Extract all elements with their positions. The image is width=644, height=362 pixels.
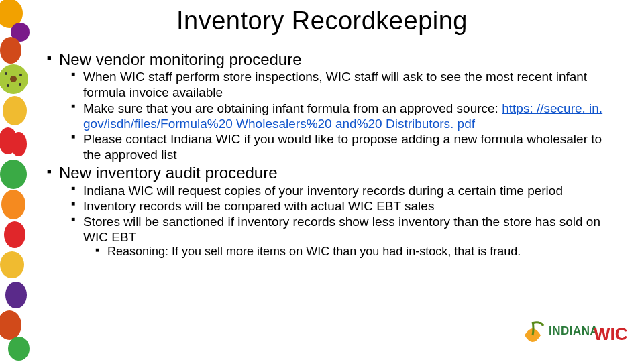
slide: Inventory Recordkeeping New vendor monit… bbox=[0, 0, 644, 362]
page-title: Inventory Recordkeeping bbox=[0, 7, 644, 36]
logo-text-2: WIC bbox=[594, 324, 628, 344]
bullet: Inventory records will be compared with … bbox=[83, 198, 617, 214]
svg-point-10 bbox=[3, 96, 27, 125]
bullet: Make sure that you are obtaining infant … bbox=[83, 101, 617, 131]
section-heading-1: New vendor monitoring procedure When WIC… bbox=[59, 50, 617, 162]
svg-point-8 bbox=[7, 84, 9, 87]
svg-point-7 bbox=[19, 74, 22, 76]
svg-point-9 bbox=[19, 83, 21, 86]
svg-point-3 bbox=[0, 37, 21, 64]
svg-point-15 bbox=[4, 221, 25, 248]
text: New inventory audit procedure bbox=[59, 164, 278, 182]
sub-bullet: Reasoning: If you sell more items on WIC… bbox=[107, 245, 617, 259]
text: Stores will be sanctioned if inventory r… bbox=[83, 215, 600, 244]
svg-point-16 bbox=[0, 251, 24, 278]
content: New vendor monitoring procedure When WIC… bbox=[47, 48, 617, 260]
section-heading-2: New inventory audit procedure Indiana WI… bbox=[59, 163, 617, 259]
svg-point-13 bbox=[0, 160, 27, 189]
svg-point-14 bbox=[1, 190, 25, 219]
decor-left-food-border bbox=[0, 0, 31, 362]
svg-point-12 bbox=[11, 132, 27, 156]
bullet: Indiana WIC will request copies of your … bbox=[83, 183, 617, 198]
text: Make sure that you are obtaining infant … bbox=[83, 101, 502, 115]
bullet: Please contact Indiana WIC if you would … bbox=[83, 131, 617, 162]
svg-point-19 bbox=[8, 337, 30, 361]
svg-point-6 bbox=[5, 72, 7, 75]
text: New vendor monitoring procedure bbox=[59, 50, 302, 68]
svg-point-17 bbox=[5, 282, 27, 308]
bullet: Stores will be sanctioned if inventory r… bbox=[83, 214, 617, 259]
indiana-wic-logo: INDIANA WIC bbox=[517, 318, 631, 355]
logo-text-1: INDIANA bbox=[549, 324, 598, 337]
bullet: When WIC staff perform store inspections… bbox=[83, 69, 617, 100]
svg-point-5 bbox=[10, 76, 17, 82]
